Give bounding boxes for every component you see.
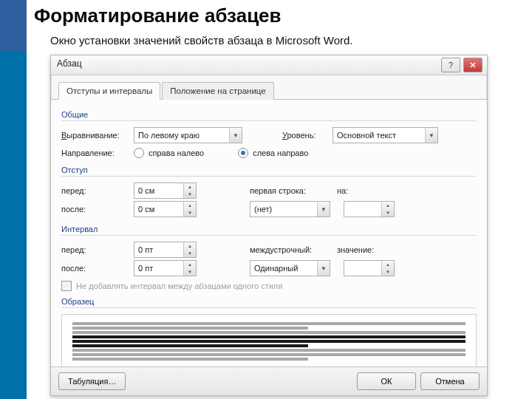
chevron-down-icon: ▼ <box>425 128 437 143</box>
nospace-checkbox[interactable] <box>61 281 72 291</box>
ltr-label: слева направо <box>253 149 308 157</box>
separator <box>61 176 477 177</box>
chevron-down-icon: ▼ <box>317 202 330 216</box>
close-icon <box>469 61 477 69</box>
chevron-down-icon: ▼ <box>229 128 242 143</box>
cancel-button[interactable]: Отмена <box>420 372 480 390</box>
group-preview-label: Образец <box>61 297 477 306</box>
dialog-footer: Табуляция… ОК Отмена <box>51 366 487 395</box>
spacing-after-label: после: <box>61 264 129 273</box>
slide-sidebar <box>0 0 27 399</box>
linespacing-at-spin[interactable]: ▲▼ <box>344 260 395 276</box>
linespacing-combo[interactable]: Одинарный▼ <box>250 260 330 276</box>
tab-indents[interactable]: Отступы и интервалы <box>58 82 160 100</box>
spinner-icon: ▲▼ <box>183 242 196 257</box>
direction-ltr-radio[interactable] <box>238 148 248 158</box>
nospace-label: Не добавлять интервал между абзацами одн… <box>76 282 282 290</box>
chevron-down-icon: ▼ <box>317 261 330 276</box>
spinner-icon: ▲▼ <box>183 202 196 216</box>
alignment-label: Выравнивание: <box>61 131 129 140</box>
group-spacing-label: Интервал <box>61 225 477 233</box>
direction-rtl-radio[interactable] <box>134 148 144 158</box>
indent-before-spin[interactable]: 0 см▲▼ <box>134 183 197 199</box>
spinner-icon: ▲▼ <box>381 261 394 276</box>
rtl-label: справа налево <box>149 149 204 157</box>
ok-button[interactable]: ОК <box>357 372 416 390</box>
spinner-icon: ▲▼ <box>381 202 394 216</box>
tab-pageposition[interactable]: Положение на странице <box>162 82 273 100</box>
spacing-after-spin[interactable]: 0 пт▲▼ <box>134 260 197 276</box>
dialog-title: Абзац <box>57 58 82 69</box>
help-button[interactable]: ? <box>441 58 460 72</box>
firstline-by-spin[interactable]: ▲▼ <box>344 201 395 217</box>
tabs: Отступы и интервалы Положение на страниц… <box>51 75 487 100</box>
spacing-before-spin[interactable]: 0 пт▲▼ <box>134 242 197 258</box>
firstline-combo[interactable]: (нет)▼ <box>250 201 330 217</box>
close-button[interactable] <box>463 58 482 72</box>
group-indent-label: Отступ <box>61 166 477 174</box>
firstline-label: первая строка: <box>250 186 332 195</box>
tabs-button[interactable]: Табуляция… <box>58 372 126 390</box>
slide: Форматирование абзацев Окно установки зн… <box>0 0 532 399</box>
dialog-titlebar: Абзац ? <box>51 55 487 75</box>
page-subtitle: Окно установки значений свойств абзаца в… <box>50 34 352 47</box>
spacing-before-label: перед: <box>61 245 129 254</box>
group-general-label: Общие <box>61 110 477 119</box>
separator <box>61 235 477 236</box>
indent-after-spin[interactable]: 0 см▲▼ <box>134 201 197 217</box>
value-label: значение: <box>337 245 380 254</box>
level-combo[interactable]: Основной текст▼ <box>332 127 438 143</box>
separator <box>61 120 477 121</box>
page-title: Форматирование абзацев <box>34 4 282 27</box>
linespacing-label: междустрочный: <box>250 245 332 254</box>
alignment-combo[interactable]: По левому краю▼ <box>134 127 242 143</box>
spinner-icon: ▲▼ <box>183 183 196 198</box>
level-label: Уровень: <box>282 131 328 140</box>
indent-after-label: после: <box>61 205 129 214</box>
paragraph-dialog: Абзац ? Отступы и интервалы Положение на… <box>50 55 488 396</box>
separator <box>61 307 477 308</box>
spinner-icon: ▲▼ <box>183 261 196 276</box>
dialog-body: Отступы и интервалы Положение на страниц… <box>51 75 487 392</box>
by-label: на: <box>337 186 371 195</box>
indent-before-label: перед: <box>61 186 129 195</box>
sidebar-accent <box>0 0 27 52</box>
direction-label: Направление: <box>61 149 129 157</box>
tab-pane: Общие Выравнивание: По левому краю▼ Уров… <box>51 100 487 392</box>
